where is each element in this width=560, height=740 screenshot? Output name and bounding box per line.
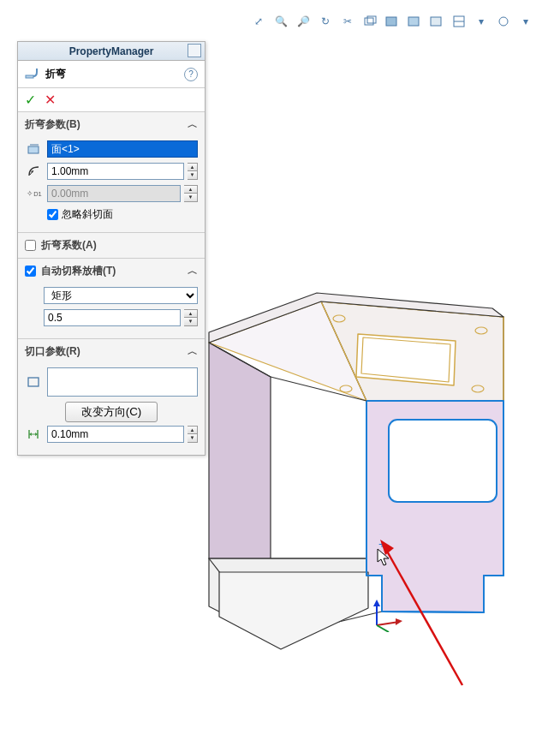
ignore-bevel-label: 忽略斜切面 [62, 207, 113, 222]
gap-icon [25, 426, 44, 443]
apply-scene-icon[interactable] [450, 13, 468, 30]
relief-ratio-input[interactable] [44, 309, 181, 326]
bend-params-section: 折弯参数(B) ︿ 面<1> ▲▼ ✧D1 0.00mm ▲▼ [18, 112, 205, 233]
view-settings-icon[interactable]: ▾ [473, 13, 490, 30]
bend-coef-header[interactable]: 折弯系数(A) [18, 233, 205, 258]
reverse-direction-button[interactable]: 改变方向(C) [65, 402, 158, 422]
gap-spinner[interactable]: ▲▼ [188, 426, 198, 443]
fixed-face-icon [25, 140, 44, 158]
cancel-button[interactable]: ✕ [45, 92, 56, 108]
bend-coef-section: 折弯系数(A) [18, 233, 205, 259]
svg-rect-35 [26, 75, 33, 78]
svg-rect-39 [28, 378, 39, 386]
edit-appearance-icon[interactable] [428, 13, 445, 30]
relief-section: 自动切释放槽(T) ︿ 矩形 ▲▼ [18, 259, 205, 339]
render-tools-icon[interactable] [495, 13, 512, 30]
svg-text:+: + [378, 537, 385, 551]
more-dropdown-icon[interactable]: ▾ [517, 13, 534, 30]
relief-title: 自动切释放槽(T) [41, 264, 116, 278]
svg-rect-15 [389, 420, 497, 502]
fixed-face-field[interactable]: 面<1> [47, 140, 198, 158]
svg-marker-4 [219, 572, 368, 649]
chevron-up-icon: ︿ [188, 264, 198, 278]
bend-feature-icon [25, 66, 40, 82]
relief-header[interactable]: 自动切释放槽(T) ︿ [18, 259, 205, 283]
pin-icon[interactable] [188, 44, 201, 57]
ok-button[interactable]: ✓ [25, 92, 36, 108]
chevron-up-icon: ︿ [188, 344, 198, 359]
rip-edge-icon [25, 373, 44, 391]
zoom-fit-icon[interactable]: ⤢ [250, 13, 267, 30]
property-manager-panel: PropertyManager 折弯 ? ✓ ✕ 折弯参数(B) ︿ 面<1> [17, 41, 206, 456]
ignore-bevel-checkbox[interactable] [47, 209, 58, 220]
relief-type-select[interactable]: 矩形 [44, 287, 198, 304]
chevron-up-icon: ︿ [188, 117, 198, 132]
feature-header: 折弯 ? [18, 61, 205, 88]
svg-rect-30 [408, 17, 419, 26]
feature-name: 折弯 [45, 67, 66, 81]
hide-show-icon[interactable] [406, 13, 423, 30]
zoom-previous-icon[interactable]: 🔎 [295, 13, 312, 30]
svg-marker-22 [396, 618, 402, 625]
svg-rect-36 [28, 146, 39, 153]
svg-marker-20 [373, 600, 380, 606]
cut-params-title: 切口参数(R) [25, 344, 80, 359]
rotate-view-icon[interactable]: ↻ [317, 13, 334, 30]
help-icon[interactable]: ? [184, 68, 198, 81]
bend-params-header[interactable]: 折弯参数(B) ︿ [18, 112, 205, 137]
svg-rect-28 [367, 16, 376, 23]
bend-coef-title: 折弯系数(A) [41, 238, 97, 253]
heads-up-toolbar: ⤢ 🔍 🔎 ↻ ✂ ▾ ▾ [240, 9, 534, 34]
svg-rect-29 [386, 17, 396, 26]
gap-input[interactable] [47, 426, 184, 443]
bend-radius-input[interactable] [47, 163, 184, 180]
pm-titlebar: PropertyManager [18, 42, 205, 61]
relief-checkbox[interactable] [25, 266, 36, 277]
ratio-spinner[interactable]: ▲▼ [184, 309, 198, 326]
section-view-icon[interactable]: ✂ [339, 13, 356, 30]
ok-cancel-bar: ✓ ✕ [18, 88, 205, 112]
zoom-area-icon[interactable]: 🔍 [272, 13, 289, 30]
cut-params-header[interactable]: 切口参数(R) ︿ [18, 339, 205, 364]
svg-point-34 [499, 17, 508, 26]
svg-line-23 [377, 625, 389, 632]
orientation-triad [370, 598, 404, 632]
pm-title: PropertyManager [69, 45, 154, 57]
bend-params-title: 折弯参数(B) [25, 117, 80, 132]
cut-params-section: 切口参数(R) ︿ 改变方向(C) ▲▼ [18, 339, 205, 455]
offset-spinner[interactable]: ▲▼ [184, 185, 198, 202]
svg-rect-27 [365, 18, 373, 25]
display-style-icon[interactable] [384, 13, 401, 30]
bend-radius-icon [25, 163, 44, 180]
view-orientation-icon[interactable] [361, 13, 378, 30]
radius-spinner[interactable]: ▲▼ [188, 163, 198, 180]
offset-input: 0.00mm [47, 185, 181, 202]
rip-edges-field[interactable] [47, 367, 198, 397]
svg-rect-31 [431, 17, 441, 26]
bend-coef-checkbox[interactable] [25, 240, 36, 251]
model-3d [209, 293, 503, 649]
offset-icon: ✧D1 [25, 185, 44, 202]
